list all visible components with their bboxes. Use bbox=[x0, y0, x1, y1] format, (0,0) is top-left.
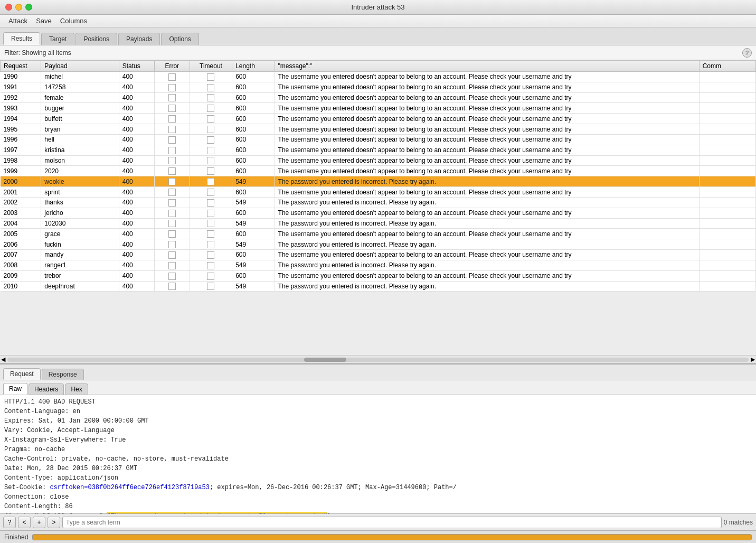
checkbox[interactable] bbox=[207, 283, 214, 290]
table-row[interactable]: 2008ranger1400549The password you entere… bbox=[1, 260, 756, 270]
search-prev-button[interactable]: < bbox=[18, 517, 31, 528]
checkbox[interactable] bbox=[207, 84, 214, 91]
checkbox[interactable] bbox=[168, 94, 176, 101]
checkbox[interactable] bbox=[207, 189, 214, 196]
checkbox[interactable] bbox=[207, 262, 214, 269]
table-row[interactable]: 2003jericho400600The username you entere… bbox=[1, 208, 756, 218]
tab-positions[interactable]: Positions bbox=[75, 33, 117, 45]
menu-save[interactable]: Save bbox=[32, 16, 56, 26]
table-row[interactable]: 2010deepthroat400549The password you ent… bbox=[1, 281, 756, 292]
table-row[interactable]: 1998molson400600The username you entered… bbox=[1, 155, 756, 166]
table-row[interactable]: 2009trebor400600The username you entered… bbox=[1, 270, 756, 281]
col-comment[interactable]: Comm bbox=[699, 61, 755, 72]
table-row[interactable]: 1994buffett400600The username you entere… bbox=[1, 114, 756, 124]
menu-columns[interactable]: Columns bbox=[56, 16, 91, 26]
checkbox[interactable] bbox=[168, 241, 176, 248]
search-next-button[interactable]: > bbox=[48, 517, 60, 528]
close-button[interactable] bbox=[5, 4, 12, 11]
checkbox[interactable] bbox=[207, 167, 214, 175]
response-body[interactable]: HTTP/1.1 400 BAD REQUESTContent-Language… bbox=[0, 395, 756, 513]
checkbox[interactable] bbox=[207, 241, 214, 248]
checkbox[interactable] bbox=[168, 262, 176, 269]
window-controls[interactable] bbox=[5, 4, 32, 11]
minimize-button[interactable] bbox=[15, 4, 22, 11]
col-length[interactable]: Length bbox=[232, 61, 275, 72]
checkbox[interactable] bbox=[207, 273, 214, 280]
search-add-button[interactable]: + bbox=[33, 517, 45, 528]
table-row[interactable]: 2005grace400600The username you entered … bbox=[1, 229, 756, 239]
checkbox[interactable] bbox=[168, 136, 176, 144]
tab-target[interactable]: Target bbox=[41, 33, 74, 45]
checkbox[interactable] bbox=[168, 273, 176, 280]
col-request[interactable]: Request bbox=[1, 61, 41, 72]
checkbox[interactable] bbox=[207, 230, 214, 238]
scrollbar-thumb[interactable] bbox=[304, 358, 346, 362]
format-tab-hex[interactable]: Hex bbox=[65, 383, 88, 395]
checkbox[interactable] bbox=[207, 220, 214, 227]
checkbox[interactable] bbox=[168, 220, 176, 227]
checkbox[interactable] bbox=[207, 178, 214, 185]
table-row[interactable]: 1996hell400600The username you entered d… bbox=[1, 134, 756, 145]
maximize-button[interactable] bbox=[25, 4, 32, 11]
search-question-button[interactable]: ? bbox=[3, 517, 16, 528]
format-tab-raw[interactable]: Raw bbox=[3, 383, 27, 395]
table-row[interactable]: 19992020400600The username you entered d… bbox=[1, 166, 756, 176]
table-row[interactable]: 1997kristina400600The username you enter… bbox=[1, 145, 756, 155]
horizontal-scrollbar[interactable]: ◀ ▶ bbox=[0, 355, 756, 363]
table-row[interactable]: 1993bugger400600The username you entered… bbox=[1, 103, 756, 114]
table-row[interactable]: 2000wookie400549The password you entered… bbox=[1, 176, 756, 187]
checkbox[interactable] bbox=[207, 147, 214, 154]
search-input[interactable] bbox=[62, 517, 722, 528]
subtab-request[interactable]: Request bbox=[3, 368, 41, 380]
tab-options[interactable]: Options bbox=[161, 33, 199, 45]
results-table: Request Payload Status Error Timeout Len… bbox=[0, 60, 756, 292]
checkbox[interactable] bbox=[168, 189, 176, 196]
checkbox[interactable] bbox=[207, 210, 214, 217]
scrollbar-track[interactable] bbox=[7, 358, 749, 362]
checkbox[interactable] bbox=[168, 84, 176, 91]
menu-attack[interactable]: Attack bbox=[4, 16, 32, 26]
checkbox[interactable] bbox=[168, 283, 176, 290]
col-payload[interactable]: Payload bbox=[41, 61, 119, 72]
checkbox[interactable] bbox=[168, 157, 176, 164]
table-row[interactable]: 1995bryan400600The username you entered … bbox=[1, 124, 756, 135]
checkbox[interactable] bbox=[168, 210, 176, 217]
checkbox[interactable] bbox=[168, 167, 176, 175]
format-tab-headers[interactable]: Headers bbox=[29, 383, 64, 395]
table-row[interactable]: 2004102030400549The password you entered… bbox=[1, 218, 756, 229]
subtab-response[interactable]: Response bbox=[42, 369, 84, 380]
checkbox[interactable] bbox=[207, 73, 214, 81]
checkbox[interactable] bbox=[168, 178, 176, 185]
table-row[interactable]: 2002thanks400549The password you entered… bbox=[1, 197, 756, 208]
checkbox[interactable] bbox=[168, 126, 176, 133]
table-row[interactable]: 2006fuckin400549The password you entered… bbox=[1, 239, 756, 250]
col-error[interactable]: Error bbox=[154, 61, 190, 72]
checkbox[interactable] bbox=[168, 251, 176, 259]
table-row[interactable]: 1990michel400600The username you entered… bbox=[1, 72, 756, 82]
table-row[interactable]: 1992female400600The username you entered… bbox=[1, 92, 756, 103]
table-row[interactable]: 1991147258400600The username you entered… bbox=[1, 82, 756, 92]
checkbox[interactable] bbox=[207, 251, 214, 259]
table-container[interactable]: Request Payload Status Error Timeout Len… bbox=[0, 60, 756, 355]
table-row[interactable]: 2001sprint400600The username you entered… bbox=[1, 187, 756, 198]
checkbox[interactable] bbox=[168, 73, 176, 81]
checkbox[interactable] bbox=[207, 105, 214, 112]
checkbox[interactable] bbox=[168, 230, 176, 238]
filter-help-button[interactable]: ? bbox=[742, 48, 752, 58]
checkbox[interactable] bbox=[168, 115, 176, 123]
tab-results[interactable]: Results bbox=[3, 32, 40, 45]
checkbox[interactable] bbox=[207, 126, 214, 133]
tab-payloads[interactable]: Payloads bbox=[118, 33, 160, 45]
col-message[interactable]: "message":" bbox=[275, 61, 699, 72]
checkbox[interactable] bbox=[168, 105, 176, 112]
table-row[interactable]: 2007mandy400600The username you entered … bbox=[1, 250, 756, 260]
checkbox[interactable] bbox=[168, 147, 176, 154]
checkbox[interactable] bbox=[207, 94, 214, 101]
checkbox[interactable] bbox=[207, 157, 214, 164]
checkbox[interactable] bbox=[168, 199, 176, 207]
checkbox[interactable] bbox=[207, 115, 214, 123]
checkbox[interactable] bbox=[207, 199, 214, 207]
col-status[interactable]: Status bbox=[119, 61, 154, 72]
col-timeout[interactable]: Timeout bbox=[190, 61, 232, 72]
checkbox[interactable] bbox=[207, 136, 214, 144]
